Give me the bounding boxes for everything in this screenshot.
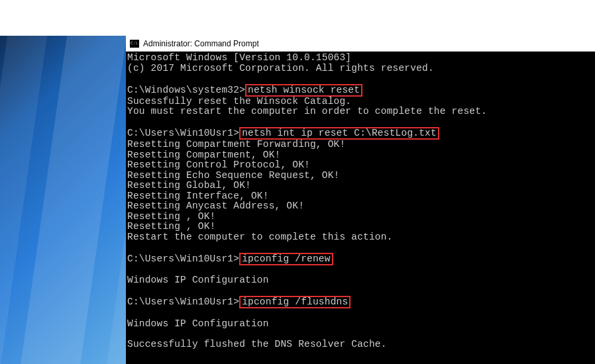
command-highlight: netsh winsock reset bbox=[245, 84, 362, 97]
terminal-line: Microsoft Windows [Version 10.0.15063] bbox=[127, 52, 351, 63]
command-highlight: netsh int ip reset C:\RestLog.txt bbox=[239, 127, 439, 140]
terminal-line: Windows IP Configuration bbox=[127, 275, 269, 285]
prompt: C:\Users\Win10Usr1> bbox=[127, 253, 239, 264]
terminal-line: Resetting Interface, OK! bbox=[127, 191, 269, 201]
terminal-line: Resetting Anycast Address, OK! bbox=[127, 201, 304, 211]
browser-chrome-top bbox=[0, 0, 595, 36]
terminal-line: Resetting Global, OK! bbox=[127, 180, 251, 191]
terminal-line: Resetting Control Protocol, OK! bbox=[127, 159, 310, 170]
terminal-line: Restart the computer to complete this ac… bbox=[127, 232, 393, 242]
terminal-line: Resetting , OK! bbox=[127, 211, 216, 222]
title-bar[interactable]: Administrator: Command Prompt bbox=[126, 36, 595, 52]
terminal-line: Resetting Compartment Forwarding, OK! bbox=[127, 139, 345, 150]
terminal-output[interactable]: Microsoft Windows [Version 10.0.15063] (… bbox=[126, 52, 595, 364]
prompt: C:\Users\Win10Usr1> bbox=[127, 296, 239, 307]
window-title: Administrator: Command Prompt bbox=[143, 39, 259, 48]
prompt: C:\Users\Win10Usr1> bbox=[127, 128, 239, 138]
terminal-line: Resetting Echo Sequence Request, OK! bbox=[127, 170, 339, 181]
terminal-line: Resetting , OK! bbox=[127, 221, 216, 232]
terminal-line: Successfully flushed the DNS Resolver Ca… bbox=[127, 339, 387, 349]
terminal-line: Sucessfully reset the Winsock Catalog. bbox=[127, 96, 351, 107]
command-prompt-window: Administrator: Command Prompt Microsoft … bbox=[126, 36, 595, 364]
prompt: C:\Windows\system32> bbox=[127, 85, 245, 95]
terminal-line: Windows IP Configuration bbox=[127, 318, 269, 329]
terminal-line: (c) 2017 Microsoft Corporation. All righ… bbox=[127, 63, 434, 73]
terminal-line: You must restart the computer in order t… bbox=[127, 106, 487, 116]
terminal-line: Resetting Compartment, OK! bbox=[127, 150, 280, 160]
command-highlight: ipconfig /flushdns bbox=[239, 296, 351, 308]
command-highlight: ipconfig /renew bbox=[239, 253, 333, 265]
cmd-icon bbox=[130, 40, 139, 48]
